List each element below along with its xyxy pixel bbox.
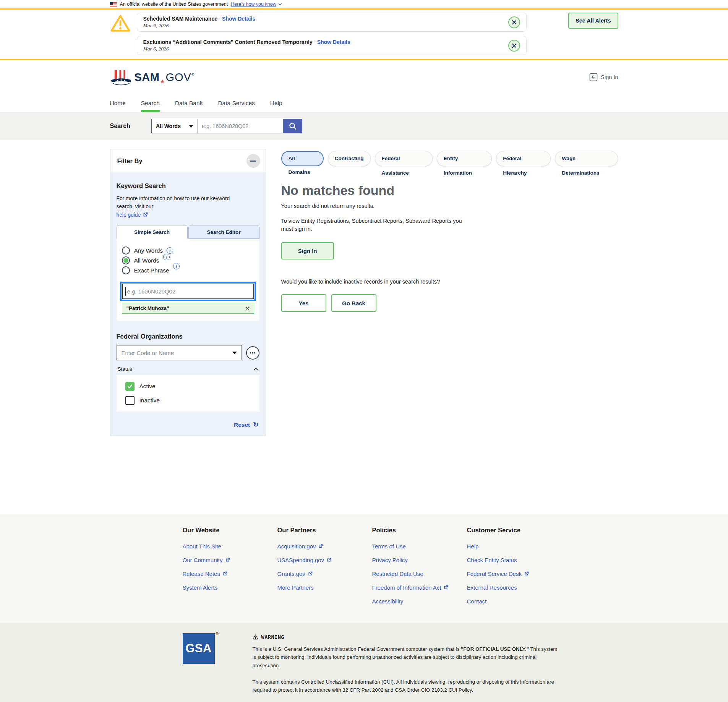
show-details-link[interactable]: Show Details (317, 39, 350, 45)
federal-orgs-heading: Federal Organizations (117, 333, 259, 340)
external-link-icon (318, 544, 323, 549)
global-search-input[interactable] (198, 119, 283, 133)
radio-exact-phrase[interactable] (122, 266, 130, 274)
alert-title: Scheduled SAM Maintenance (143, 16, 217, 22)
footer-col-our-website: Our Website About This Site Our Communit… (183, 527, 277, 612)
radio-all-words-label: All Words (134, 257, 159, 264)
header-sign-in-link[interactable]: Sign In (589, 73, 618, 81)
footer-link-acquisition-gov[interactable]: Acquisition.gov (277, 543, 323, 550)
alerts-section: Scheduled SAM Maintenance Show Details M… (0, 10, 728, 60)
footer-link-usaspending-gov[interactable]: USASpending.gov (277, 557, 332, 563)
global-search-band: Search All Words (0, 112, 728, 140)
external-link-icon (443, 585, 448, 590)
simple-search-card: Any Words i All Words i Exact Phrase i (117, 239, 259, 321)
domain-tab-entity-information[interactable]: Entity Information (437, 151, 492, 166)
combobox-caret-icon (232, 352, 237, 354)
footer-link-grants-gov[interactable]: Grants.gov (277, 571, 313, 577)
alert-close-button[interactable] (508, 40, 520, 52)
nav-item-data-services[interactable]: Data Services (218, 94, 255, 112)
footer-link-check-entity-status[interactable]: Check Entity Status (467, 557, 517, 563)
federal-orgs-combobox[interactable]: Enter Code or Name (117, 345, 242, 360)
footer-link-more-partners[interactable]: More Partners (277, 584, 314, 591)
footer-col-customer-service: Customer Service Help Check Entity Statu… (467, 527, 562, 612)
footer-link-restricted-data-use[interactable]: Restricted Data Use (372, 571, 423, 577)
minus-icon (250, 161, 256, 162)
results-area: All Domains Contracting Federal Assistan… (281, 151, 618, 312)
search-label: Search (110, 123, 130, 130)
footer-link-system-alerts[interactable]: System Alerts (183, 584, 218, 591)
footer-link-contact[interactable]: Contact (467, 598, 487, 605)
tab-simple-search[interactable]: Simple Search (117, 225, 188, 239)
external-link-icon (524, 571, 529, 576)
search-mode-select[interactable]: All Words (151, 119, 198, 133)
radio-all-words[interactable] (122, 256, 130, 264)
footer-col-policies: Policies Terms of Use Privacy Policy Res… (372, 527, 467, 612)
radio-any-words[interactable] (122, 246, 130, 255)
alert-maintenance: Scheduled SAM Maintenance Show Details M… (137, 13, 527, 32)
footer-link-about-this-site[interactable]: About This Site (183, 543, 221, 550)
domain-tab-federal-hierarchy[interactable]: Federal Hierarchy (496, 151, 551, 166)
footer-link-federal-service-desk[interactable]: Federal Service Desk (467, 571, 529, 577)
filter-panel: Filter By Keyword Search For more inform… (110, 149, 266, 436)
info-icon[interactable]: i (167, 247, 173, 254)
status-section-label: Status (118, 366, 132, 372)
footer-link-release-notes[interactable]: Release Notes (183, 571, 227, 577)
tab-search-editor[interactable]: Search Editor (188, 225, 259, 239)
filter-panel-title: Filter By (117, 157, 143, 165)
keyword-input[interactable] (122, 284, 254, 299)
footer-links-section: Our Website About This Site Our Communit… (0, 514, 728, 623)
gov-banner: An official website of the United States… (0, 0, 728, 10)
checkbox-inactive[interactable] (125, 396, 135, 405)
footer-link-our-community[interactable]: Our Community (183, 557, 230, 563)
check-icon (127, 384, 133, 389)
alert-close-button[interactable] (508, 16, 520, 28)
checkbox-active[interactable] (125, 382, 135, 391)
collapse-filters-button[interactable] (246, 154, 260, 168)
logo-star-icon (160, 79, 165, 84)
see-all-alerts-button[interactable]: See All Alerts (568, 13, 618, 29)
search-submit-button[interactable] (283, 119, 302, 133)
info-icon[interactable]: i (173, 263, 180, 269)
warning-paragraph-1: This is a U.S. General Services Administ… (253, 645, 558, 670)
nav-item-help[interactable]: Help (270, 94, 282, 112)
external-link-icon (308, 571, 313, 576)
info-icon[interactable]: i (163, 254, 170, 260)
nav-item-data-bank[interactable]: Data Bank (175, 94, 203, 112)
warning-paragraph-2: This system contains Controlled Unclassi… (253, 678, 558, 694)
alert-exclusions: Exclusions “Additional Comments” Content… (137, 36, 527, 55)
help-guide-link[interactable]: help guide (117, 211, 148, 219)
chevron-down-icon (278, 3, 282, 5)
keyword-chip: "Patrick Muhoza" (122, 303, 254, 314)
footer-link-terms-of-use[interactable]: Terms of Use (372, 543, 406, 550)
external-link-icon (222, 571, 227, 576)
footer-link-foia[interactable]: Freedom of Information Act (372, 584, 449, 591)
footer-link-external-resources[interactable]: External Resources (467, 584, 517, 591)
show-details-link[interactable]: Show Details (222, 16, 255, 22)
footer-link-privacy-policy[interactable]: Privacy Policy (372, 557, 408, 563)
federal-orgs-more-button[interactable] (246, 346, 259, 360)
sam-gov-logo[interactable]: SAM GOV ® (110, 69, 195, 86)
domain-tab-contracting[interactable]: Contracting (328, 151, 371, 166)
yes-button[interactable]: Yes (281, 294, 326, 312)
radio-any-words-label: Any Words (134, 247, 163, 254)
sign-in-button[interactable]: Sign In (281, 242, 334, 259)
reset-filters-link[interactable]: Reset (234, 422, 250, 428)
chevron-up-icon[interactable] (253, 368, 258, 371)
text-caret (125, 287, 126, 296)
footer-link-help[interactable]: Help (467, 543, 479, 550)
domain-tab-wage-determinations[interactable]: Wage Determinations (555, 151, 618, 166)
domain-tab-federal-assistance[interactable]: Federal Assistance (375, 151, 433, 166)
reset-icon[interactable]: ↻ (253, 421, 258, 429)
go-back-button[interactable]: Go Back (331, 294, 376, 312)
logo-registered-mark: ® (191, 73, 194, 77)
footer-link-accessibility[interactable]: Accessibility (372, 598, 404, 605)
nav-item-search[interactable]: Search (141, 94, 160, 112)
no-results-text: Your search did not return any results. (281, 203, 618, 209)
nav-item-home[interactable]: Home (110, 94, 126, 112)
how-you-know-link[interactable]: Here’s how you know (231, 2, 282, 7)
remove-chip-icon[interactable] (245, 306, 250, 310)
external-link-icon (225, 558, 230, 563)
domain-tabs: All Domains Contracting Federal Assistan… (281, 151, 618, 166)
footer-warning-section: GSA ® WARNING This is a U.S. General Ser… (0, 623, 728, 702)
domain-tab-all-domains[interactable]: All Domains (281, 151, 324, 166)
